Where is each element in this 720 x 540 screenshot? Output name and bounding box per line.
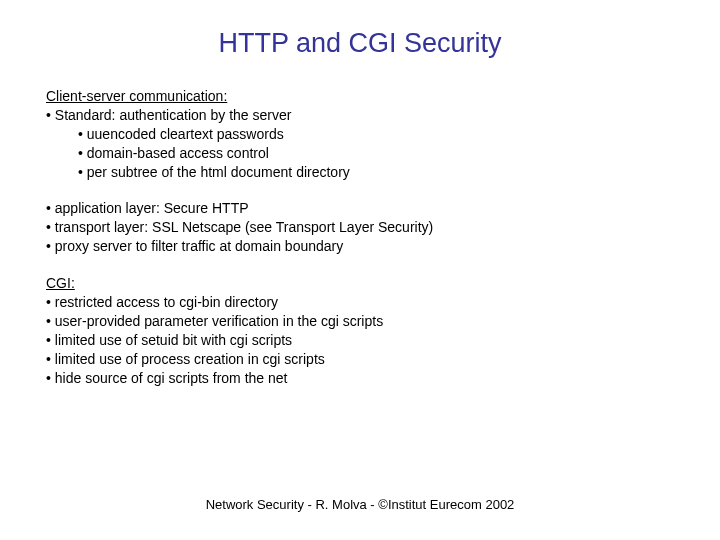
slide-container: HTTP and CGI Security Client-server comm… [0,0,720,540]
bullet-item: • limited use of process creation in cgi… [46,350,674,369]
section-client-server: Client-server communication: • Standard:… [46,87,674,181]
bullet-item: • user-provided parameter verification i… [46,312,674,331]
bullet-item: • application layer: Secure HTTP [46,199,674,218]
bullet-item: • limited use of setuid bit with cgi scr… [46,331,674,350]
section-heading: CGI: [46,274,674,293]
bullet-item: • proxy server to filter traffic at doma… [46,237,674,256]
slide-title: HTTP and CGI Security [46,28,674,59]
slide-footer: Network Security - R. Molva - ©Institut … [0,497,720,512]
bullet-item: • hide source of cgi scripts from the ne… [46,369,674,388]
section-layers: • application layer: Secure HTTP • trans… [46,199,674,256]
bullet-item: • restricted access to cgi-bin directory [46,293,674,312]
bullet-item: • transport layer: SSL Netscape (see Tra… [46,218,674,237]
section-heading: Client-server communication: [46,87,674,106]
section-cgi: CGI: • restricted access to cgi-bin dire… [46,274,674,387]
bullet-item: • domain-based access control [46,144,674,163]
slide-content: Client-server communication: • Standard:… [46,87,674,387]
bullet-item: • Standard: authentication by the server [46,106,674,125]
bullet-item: • uuencoded cleartext passwords [46,125,674,144]
bullet-item: • per subtree of the html document direc… [46,163,674,182]
